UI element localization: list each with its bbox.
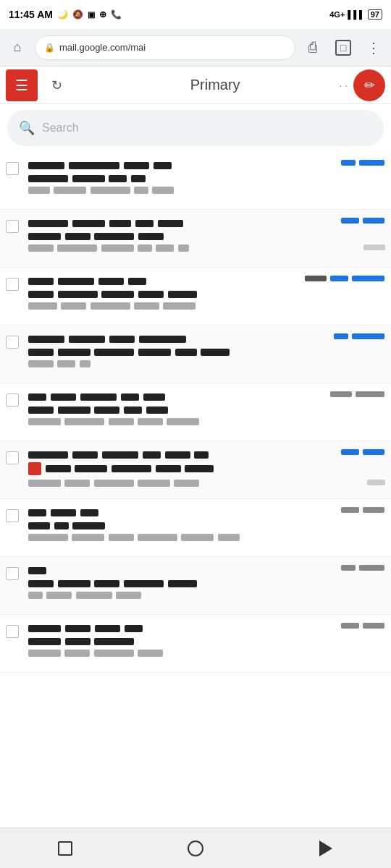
home-icon (188, 841, 203, 856)
email-item[interactable] (0, 268, 391, 326)
email-tag-6 (367, 480, 385, 485)
email-time-5 (329, 391, 385, 398)
email-time-9 (340, 622, 385, 629)
home-button[interactable] (174, 834, 217, 863)
email-checkbox-8[interactable] (6, 564, 22, 580)
compose-button[interactable]: ✏ (353, 69, 385, 101)
email-content-1 (28, 159, 385, 195)
email-preview-2 (28, 242, 363, 252)
email-checkbox-9[interactable] (6, 622, 22, 638)
email-sender-1 (28, 159, 172, 171)
email-subject-8 (28, 577, 385, 588)
email-sender-7 (28, 506, 99, 518)
email-subject-9 (28, 635, 385, 646)
email-item[interactable] (0, 210, 391, 268)
hamburger-icon: ☰ (15, 77, 28, 94)
browser-menu-button[interactable]: ⋮ (362, 36, 385, 59)
whatsapp-icon: 📞 (111, 9, 122, 20)
checkbox-5[interactable] (6, 393, 19, 407)
email-content-5 (28, 391, 385, 426)
header-dots: · · (339, 80, 348, 91)
email-checkbox-4[interactable] (6, 333, 22, 349)
email-sender-3 (28, 275, 147, 286)
browser-url-bar[interactable]: 🔒 mail.google.com/mai (35, 35, 295, 60)
email-content-4 (28, 333, 385, 368)
checkbox-6[interactable] (6, 451, 19, 464)
checkbox-3[interactable] (6, 278, 19, 291)
email-sender-8 (28, 564, 47, 576)
status-right: 4G+ ▌▌▌ 97 (329, 9, 382, 20)
email-subject-3 (28, 288, 385, 299)
recent-apps-button[interactable] (43, 834, 87, 863)
email-sender-6 (28, 448, 209, 460)
email-subject-4 (28, 346, 385, 357)
email-time-3 (304, 275, 385, 282)
inbox-title: Primary (75, 77, 355, 93)
network-icon: 4G+ (329, 10, 345, 19)
email-item[interactable] (0, 152, 391, 210)
email-content-3 (28, 275, 385, 310)
email-item[interactable] (0, 499, 391, 557)
search-bar[interactable]: 🔍 Search (7, 110, 384, 146)
email-sender-9 (28, 622, 143, 634)
share-icon: ⎙ (308, 39, 317, 56)
email-time-1 (340, 159, 385, 166)
checkbox-4[interactable] (6, 336, 19, 349)
email-time-6 (340, 448, 385, 456)
checkbox-2[interactable] (6, 220, 19, 233)
checkbox-7[interactable] (6, 509, 19, 522)
hamburger-menu-button[interactable]: ☰ (6, 69, 38, 101)
email-preview-4 (28, 358, 385, 368)
browser-bar: ⌂ 🔒 mail.google.com/mai ⎙ □ ⋮ (0, 29, 391, 67)
email-item[interactable] (0, 615, 391, 673)
email-item[interactable] (0, 383, 391, 441)
muted-icon: 🔕 (72, 9, 83, 20)
moon-icon: 🌙 (57, 9, 68, 20)
email-item[interactable] (0, 326, 391, 383)
back-button[interactable] (304, 834, 348, 863)
messenger-icon: ⊕ (99, 9, 106, 20)
status-left: 11:45 AM 🌙 🔕 ▣ ⊕ 📞 (9, 9, 122, 20)
back-icon (319, 841, 332, 856)
email-checkbox-2[interactable] (6, 217, 22, 233)
sim-icon: ▣ (88, 10, 95, 20)
email-item[interactable] (0, 441, 391, 499)
email-sender-4 (28, 333, 187, 344)
tab-switcher-button[interactable]: □ (332, 36, 355, 59)
email-item[interactable] (0, 557, 391, 615)
email-subject-1 (28, 172, 385, 183)
email-subject-7 (28, 519, 385, 530)
email-checkbox-1[interactable] (6, 159, 22, 175)
email-preview-7 (28, 532, 385, 542)
email-content-9 (28, 622, 385, 658)
browser-home-button[interactable]: ⌂ (6, 36, 29, 59)
email-checkbox-5[interactable] (6, 391, 22, 407)
email-time-2 (340, 217, 385, 224)
status-bar: 11:45 AM 🌙 🔕 ▣ ⊕ 📞 4G+ ▌▌▌ 97 (0, 0, 391, 29)
email-subject-5 (28, 404, 385, 414)
checkbox-9[interactable] (6, 625, 19, 638)
email-list (0, 152, 391, 673)
share-button[interactable]: ⎙ (301, 36, 324, 59)
bottom-navigation-bar (0, 827, 391, 868)
signal-icon: ▌▌▌ (348, 10, 364, 19)
email-preview-3 (28, 300, 385, 310)
checkbox-8[interactable] (6, 567, 19, 580)
checkbox-1[interactable] (6, 162, 19, 175)
email-content-8 (28, 564, 385, 600)
email-preview-1 (28, 184, 385, 195)
email-content-6 (28, 448, 385, 488)
browser-actions: ⎙ □ ⋮ (301, 36, 385, 59)
search-placeholder: Search (42, 122, 79, 135)
email-preview-6 (28, 477, 367, 488)
compose-icon: ✏ (364, 77, 375, 93)
status-time: 11:45 AM (9, 9, 53, 20)
battery-icon: 97 (368, 9, 382, 20)
email-time-7 (340, 506, 385, 514)
email-checkbox-7[interactable] (6, 506, 22, 522)
recent-apps-icon (58, 841, 72, 856)
email-checkbox-6[interactable] (6, 448, 22, 464)
email-preview-5 (28, 416, 385, 426)
email-checkbox-3[interactable] (6, 275, 22, 291)
refresh-button[interactable]: ↻ (43, 72, 70, 98)
